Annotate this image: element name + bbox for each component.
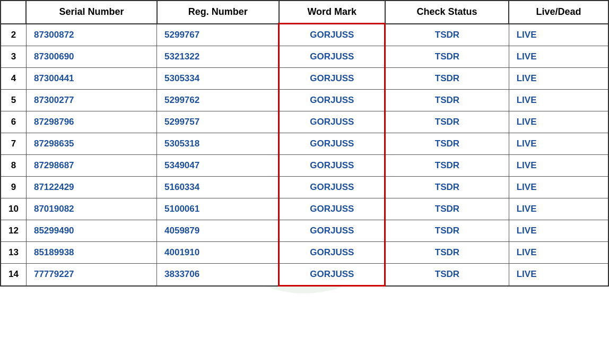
cell-live-dead: LIVE: [509, 111, 608, 133]
cell-check-status[interactable]: TSDR: [385, 177, 509, 198]
trademark-table: Serial Number Reg. Number Word Mark Chec…: [0, 0, 609, 287]
cell-word-mark: GORJUSS: [279, 24, 385, 46]
col-header-serial-number: Serial Number: [26, 1, 156, 24]
cell-serial-number[interactable]: 87298635: [26, 133, 156, 155]
cell-reg-number[interactable]: 5160334: [157, 177, 279, 198]
cell-serial-number[interactable]: 87300441: [26, 68, 156, 90]
cell-serial-number[interactable]: 87298796: [26, 111, 156, 133]
cell-reg-number[interactable]: 3833706: [157, 264, 279, 286]
cell-row-num: 7: [1, 133, 26, 155]
cell-reg-number[interactable]: 5100061: [157, 198, 279, 220]
table-header-row: Serial Number Reg. Number Word Mark Chec…: [1, 1, 608, 24]
cell-reg-number[interactable]: 5305318: [157, 133, 279, 155]
cell-live-dead: LIVE: [509, 155, 608, 177]
cell-serial-number[interactable]: 87019082: [26, 198, 156, 220]
cell-live-dead: LIVE: [509, 133, 608, 155]
cell-reg-number[interactable]: 5321322: [157, 46, 279, 68]
cell-reg-number[interactable]: 5299762: [157, 90, 279, 111]
cell-reg-number[interactable]: 4001910: [157, 242, 279, 264]
cell-word-mark: GORJUSS: [279, 198, 385, 220]
cell-row-num: 2: [1, 24, 26, 46]
table-row: 3873006905321322GORJUSSTSDRLIVE: [1, 46, 608, 68]
table-row: 4873004415305334GORJUSSTSDRLIVE: [1, 68, 608, 90]
col-header-check-status: Check Status: [385, 1, 509, 24]
cell-reg-number[interactable]: 5299757: [157, 111, 279, 133]
table-row: 2873008725299767GORJUSSTSDRLIVE: [1, 24, 608, 46]
table-container: Serial Number Reg. Number Word Mark Chec…: [0, 0, 609, 287]
cell-live-dead: LIVE: [509, 177, 608, 198]
cell-serial-number[interactable]: 87122429: [26, 177, 156, 198]
cell-live-dead: LIVE: [509, 24, 608, 46]
col-header-reg-number: Reg. Number: [157, 1, 279, 24]
cell-reg-number[interactable]: 5349047: [157, 155, 279, 177]
cell-row-num: 4: [1, 68, 26, 90]
cell-word-mark: GORJUSS: [279, 155, 385, 177]
cell-row-num: 12: [1, 220, 26, 242]
table-row: 5873002775299762GORJUSSTSDRLIVE: [1, 90, 608, 111]
col-header-live-dead: Live/Dead: [509, 1, 608, 24]
cell-check-status[interactable]: TSDR: [385, 198, 509, 220]
cell-serial-number[interactable]: 77779227: [26, 264, 156, 286]
cell-reg-number[interactable]: 5305334: [157, 68, 279, 90]
cell-row-num: 13: [1, 242, 26, 264]
cell-live-dead: LIVE: [509, 264, 608, 286]
cell-serial-number[interactable]: 85189938: [26, 242, 156, 264]
cell-word-mark: GORJUSS: [279, 46, 385, 68]
table-row: 7872986355305318GORJUSSTSDRLIVE: [1, 133, 608, 155]
cell-live-dead: LIVE: [509, 68, 608, 90]
cell-serial-number[interactable]: 87300277: [26, 90, 156, 111]
cell-live-dead: LIVE: [509, 90, 608, 111]
cell-check-status[interactable]: TSDR: [385, 242, 509, 264]
cell-check-status[interactable]: TSDR: [385, 68, 509, 90]
cell-row-num: 8: [1, 155, 26, 177]
table-row: 14777792273833706GORJUSSTSDRLIVE: [1, 264, 608, 286]
cell-reg-number[interactable]: 4059879: [157, 220, 279, 242]
cell-row-num: 5: [1, 90, 26, 111]
cell-row-num: 14: [1, 264, 26, 286]
cell-word-mark: GORJUSS: [279, 111, 385, 133]
table-row: 9871224295160334GORJUSSTSDRLIVE: [1, 177, 608, 198]
cell-live-dead: LIVE: [509, 242, 608, 264]
cell-word-mark: GORJUSS: [279, 68, 385, 90]
cell-word-mark: GORJUSS: [279, 90, 385, 111]
table-row: 8872986875349047GORJUSSTSDRLIVE: [1, 155, 608, 177]
cell-word-mark: GORJUSS: [279, 242, 385, 264]
table-row: 10870190825100061GORJUSSTSDRLIVE: [1, 198, 608, 220]
cell-live-dead: LIVE: [509, 198, 608, 220]
cell-check-status[interactable]: TSDR: [385, 46, 509, 68]
cell-word-mark: GORJUSS: [279, 220, 385, 242]
col-header-row-num: [1, 1, 26, 24]
cell-serial-number[interactable]: 87300690: [26, 46, 156, 68]
cell-word-mark: GORJUSS: [279, 177, 385, 198]
cell-serial-number[interactable]: 85299490: [26, 220, 156, 242]
cell-check-status[interactable]: TSDR: [385, 111, 509, 133]
table-row: 6872987965299757GORJUSSTSDRLIVE: [1, 111, 608, 133]
cell-row-num: 10: [1, 198, 26, 220]
cell-live-dead: LIVE: [509, 46, 608, 68]
col-header-word-mark: Word Mark: [279, 1, 385, 24]
table-row: 13851899384001910GORJUSSTSDRLIVE: [1, 242, 608, 264]
cell-word-mark: GORJUSS: [279, 264, 385, 286]
cell-word-mark: GORJUSS: [279, 133, 385, 155]
cell-reg-number[interactable]: 5299767: [157, 24, 279, 46]
cell-check-status[interactable]: TSDR: [385, 90, 509, 111]
cell-row-num: 9: [1, 177, 26, 198]
cell-check-status[interactable]: TSDR: [385, 220, 509, 242]
cell-row-num: 3: [1, 46, 26, 68]
cell-check-status[interactable]: TSDR: [385, 24, 509, 46]
cell-row-num: 6: [1, 111, 26, 133]
cell-serial-number[interactable]: 87300872: [26, 24, 156, 46]
cell-serial-number[interactable]: 87298687: [26, 155, 156, 177]
cell-live-dead: LIVE: [509, 220, 608, 242]
table-row: 12852994904059879GORJUSSTSDRLIVE: [1, 220, 608, 242]
cell-check-status[interactable]: TSDR: [385, 264, 509, 286]
cell-check-status[interactable]: TSDR: [385, 155, 509, 177]
cell-check-status[interactable]: TSDR: [385, 133, 509, 155]
